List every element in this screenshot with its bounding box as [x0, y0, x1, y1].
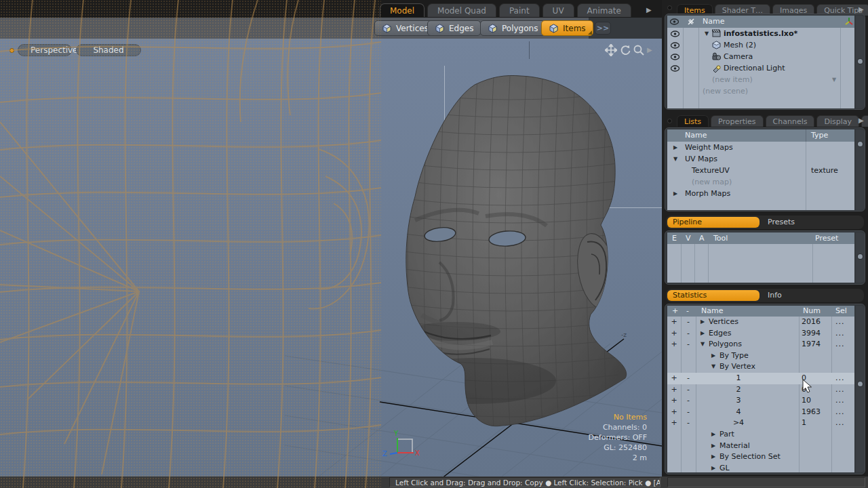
add-to-selection-button[interactable]: +: [667, 395, 681, 407]
eye-icon[interactable]: [671, 65, 679, 72]
eye-icon[interactable]: [671, 42, 679, 49]
expander-icon[interactable]: ▶: [709, 463, 717, 472]
stat-row-by-type[interactable]: ▶By Type: [667, 350, 854, 362]
pipeline-scrollbar[interactable]: [856, 232, 865, 283]
stat-row-part[interactable]: ▶Part: [667, 429, 854, 441]
pin-icon[interactable]: [687, 18, 695, 26]
lists-tab-overflow-icon[interactable]: ▶: [859, 117, 864, 124]
tab-display[interactable]: Display: [816, 115, 859, 127]
add-to-selection-button[interactable]: +: [667, 407, 681, 418]
expander-icon[interactable]: ▶: [709, 429, 717, 441]
tab-animate[interactable]: Animate: [577, 3, 631, 17]
item-row-infostatistics-lxo-[interactable]: ▼infostatistics.lxo*: [667, 28, 854, 39]
stat-row--4[interactable]: +->41...: [667, 418, 854, 429]
add-to-selection-button[interactable]: +: [667, 384, 681, 396]
more-modes-button[interactable]: >>: [595, 22, 611, 35]
remove-from-selection-button[interactable]: -: [682, 317, 695, 328]
list-row-morph-maps[interactable]: ▶Morph Maps: [667, 188, 854, 199]
remove-from-selection-button[interactable]: -: [682, 339, 695, 350]
expander-icon[interactable]: ▼: [709, 361, 717, 373]
tab-uv[interactable]: UV: [542, 3, 574, 17]
tab-model-quad[interactable]: Model Quad: [427, 3, 496, 17]
stat-sel-button[interactable]: ...: [835, 418, 845, 429]
stat-sel-button[interactable]: ...: [835, 373, 845, 384]
panel-knob[interactable]: [667, 119, 672, 123]
expander-icon[interactable]: ▶: [698, 317, 707, 328]
stat-row-2[interactable]: +-20...: [667, 384, 854, 396]
stat-sel-button[interactable]: ...: [835, 395, 845, 407]
stat-row-1[interactable]: +-10...: [667, 373, 854, 384]
edges-mode-button[interactable]: Edges: [427, 20, 481, 36]
stats-scrollbar[interactable]: [856, 306, 865, 472]
stat-row-4[interactable]: +-41963...: [667, 407, 854, 418]
statistics-tab[interactable]: Statistics: [667, 290, 760, 301]
stat-row-material[interactable]: ▶Material: [667, 441, 854, 452]
expander-icon[interactable]: ▶: [709, 350, 717, 362]
expander-icon[interactable]: ▼: [703, 28, 711, 39]
expander-icon[interactable]: ▶: [671, 188, 679, 199]
item-row-camera[interactable]: Camera: [667, 51, 854, 62]
items-mode-button[interactable]: Items: [541, 20, 593, 36]
stat-sel-button[interactable]: ...: [835, 407, 845, 418]
stat-sel-button[interactable]: ...: [835, 317, 845, 328]
list-row-weight-maps[interactable]: ▶Weight Maps: [667, 142, 854, 153]
remove-from-selection-button[interactable]: -: [682, 373, 695, 384]
item-row-directional-light[interactable]: Directional Light: [667, 62, 854, 74]
eye-icon[interactable]: [670, 18, 679, 25]
expander-icon[interactable]: ▼: [671, 153, 679, 165]
tab-model[interactable]: Model: [380, 3, 425, 17]
item-row-mesh-2-[interactable]: Mesh (2): [667, 39, 854, 51]
eye-icon[interactable]: [671, 30, 679, 37]
tab-properties[interactable]: Properties: [711, 115, 764, 127]
chevron-down-icon[interactable]: ▼: [830, 74, 838, 85]
item-row--new-scene-[interactable]: (new scene): [667, 85, 854, 97]
stat-row-vertices[interactable]: +-▶Vertices2016...: [667, 317, 854, 328]
add-to-selection-button[interactable]: +: [667, 339, 681, 350]
add-to-selection-button[interactable]: +: [667, 418, 681, 429]
stat-row-3[interactable]: +-310...: [667, 395, 854, 407]
stat-sel-button[interactable]: ...: [835, 384, 845, 396]
list-row--new-map-[interactable]: (new map): [667, 176, 854, 188]
pipeline-tab[interactable]: Pipeline: [667, 217, 760, 228]
list-label: Weight Maps: [685, 142, 733, 153]
polygons-mode-button[interactable]: Polygons: [480, 20, 545, 36]
tab-channels[interactable]: Channels: [766, 115, 815, 127]
add-to-selection-button[interactable]: +: [667, 373, 681, 384]
stat-sel-button[interactable]: ...: [835, 328, 845, 340]
info-tab[interactable]: Info: [768, 290, 782, 301]
stat-row-by-vertex[interactable]: ▼By Vertex: [667, 361, 854, 373]
stat-row-by-selection-set[interactable]: ▶By Selection Set: [667, 451, 854, 463]
stat-row-gl[interactable]: ▶GL: [667, 463, 854, 472]
expander-icon[interactable]: ▶: [671, 142, 679, 153]
panel-knob[interactable]: [667, 5, 672, 10]
eye-icon[interactable]: [671, 54, 679, 60]
add-to-selection-button[interactable]: +: [667, 317, 681, 328]
stat-row-edges[interactable]: +-▶Edges3994...: [667, 328, 854, 340]
lists-scrollbar[interactable]: [856, 129, 865, 210]
remove-from-selection-button[interactable]: -: [682, 418, 695, 429]
items-scrollbar[interactable]: [856, 16, 865, 108]
status-no-items: No Items: [589, 412, 647, 422]
expander-icon[interactable]: ▶: [709, 451, 717, 463]
3d-viewport[interactable]: Perspective Shaded ▶: [0, 39, 662, 476]
presets-tab[interactable]: Presets: [768, 217, 795, 228]
expander-icon[interactable]: ▼: [698, 339, 707, 350]
list-row-textureuv[interactable]: TextureUVtexture: [667, 165, 854, 176]
stat-sel-button[interactable]: ...: [835, 339, 845, 350]
tab-lists[interactable]: Lists: [677, 115, 709, 127]
expander-icon[interactable]: ▶: [709, 441, 717, 452]
add-to-selection-button[interactable]: +: [667, 328, 681, 340]
remove-from-selection-button[interactable]: -: [682, 407, 695, 418]
tab-paint[interactable]: Paint: [499, 3, 540, 17]
remove-from-selection-button[interactable]: -: [682, 384, 695, 396]
tab-overflow-arrow-icon[interactable]: ▶: [646, 6, 652, 14]
remove-from-selection-button[interactable]: -: [682, 328, 695, 340]
stat-row-polygons[interactable]: +-▼Polygons1974...: [667, 339, 854, 350]
item-row--new-item-[interactable]: (new item)▼: [667, 74, 854, 85]
items-tab-overflow-icon[interactable]: ▶: [859, 5, 864, 13]
axis-icon[interactable]: [845, 18, 853, 26]
remove-from-selection-button[interactable]: -: [682, 395, 695, 407]
list-row-uv-maps[interactable]: ▼UV Maps: [667, 153, 854, 165]
expander-icon[interactable]: ▶: [698, 328, 707, 340]
item-cube-icon: [549, 24, 559, 33]
